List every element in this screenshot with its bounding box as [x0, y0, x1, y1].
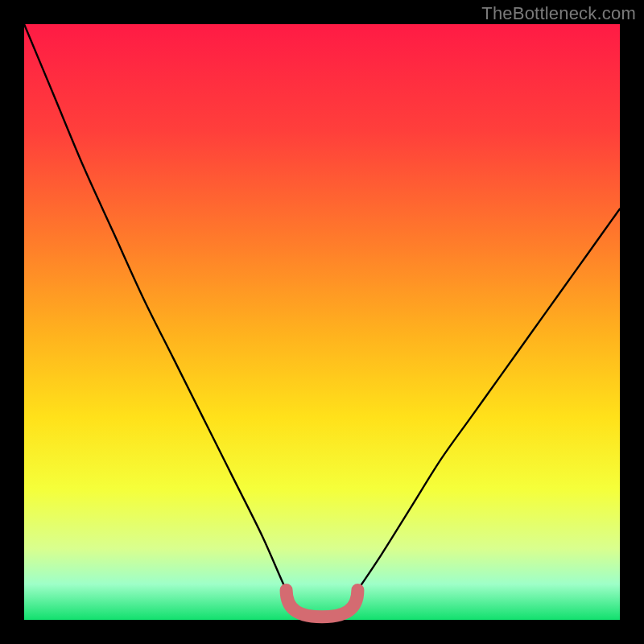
trough-marker: [287, 590, 358, 617]
watermark-text: TheBottleneck.com: [481, 3, 636, 24]
bottleneck-curve-line: [24, 24, 620, 617]
plot-area: [24, 24, 620, 620]
chart-stage: TheBottleneck.com: [0, 0, 644, 644]
chart-overlay: [24, 24, 620, 620]
